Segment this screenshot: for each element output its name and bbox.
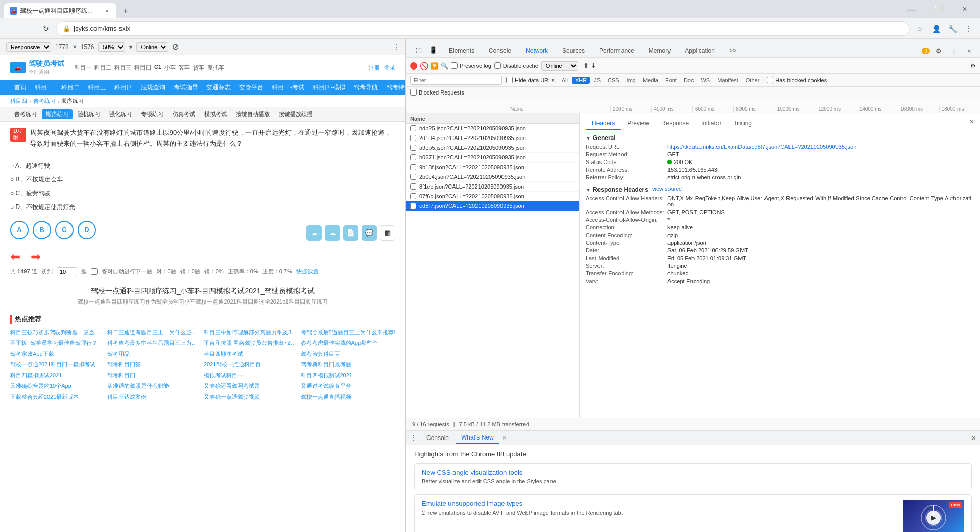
throttle-select[interactable]: Online — [136, 42, 168, 52]
sub-nav-continue[interactable]: 按键播放续播 — [275, 109, 317, 119]
main-nav-km3[interactable]: 科目三 — [84, 80, 110, 95]
play-button[interactable]: ▶ — [926, 511, 941, 525]
breadcrumb-km4[interactable]: 科目四 — [10, 97, 27, 105]
option-d[interactable]: ○ D、不按规定使用灯光 — [10, 202, 395, 213]
back-button[interactable]: ← — [4, 21, 18, 36]
hot-item-28[interactable]: 驾校一点通直播视频 — [301, 392, 396, 401]
filter-input[interactable] — [410, 76, 502, 85]
bottom-tab-console[interactable]: Console — [421, 433, 454, 443]
hot-item-25[interactable]: 下载整合典经2021最新版本 — [10, 392, 105, 401]
request-row-4[interactable]: b0671.json?CALL=?20210205090935.json — [406, 153, 579, 163]
share-cloud2[interactable]: ☁ — [325, 225, 340, 241]
tab-elements[interactable]: Elements — [442, 44, 482, 58]
detail-tab-headers[interactable]: Headers — [586, 118, 621, 130]
detail-tab-response[interactable]: Response — [655, 118, 695, 130]
minimize-button[interactable]: — — [900, 2, 923, 16]
emulate-images-title[interactable]: Emulate unsupported image types — [422, 500, 897, 507]
address-bar[interactable]: 🔒 jsyks.com/kms-sxlx — [56, 21, 910, 36]
hot-item-3[interactable]: 科目三中如何理解部分真题力争及30分3 — [204, 328, 299, 337]
speed-setting-link[interactable]: 快捷设置 — [296, 268, 319, 275]
tab-application[interactable]: Application — [678, 44, 722, 58]
breadcrumb-practice[interactable]: 普考练习 — [33, 97, 56, 105]
option-b[interactable]: ○ B、不按规定会车 — [10, 174, 395, 185]
share-chat[interactable]: 💬 — [362, 225, 377, 241]
view-source-link[interactable]: view source — [652, 186, 682, 192]
tab-close-button[interactable]: × — [104, 7, 110, 15]
req-checkbox-9[interactable] — [410, 203, 416, 209]
prev-question-button[interactable]: ⬅ — [10, 249, 20, 264]
answer-btn-c[interactable]: C — [55, 221, 74, 239]
forward-button[interactable]: → — [21, 21, 36, 36]
new-tab-button[interactable]: + — [118, 4, 133, 18]
hot-item-5[interactable]: 不平板, 驾学员学习最佳自驾哪行？ — [10, 339, 105, 348]
detail-tab-timing[interactable]: Timing — [727, 118, 758, 130]
filter-doc[interactable]: Doc — [681, 77, 697, 84]
header-link-bus[interactable]: 客车 — [179, 64, 190, 72]
sub-nav-sequential[interactable]: 顺序练习 — [42, 109, 73, 119]
hot-item-23[interactable]: 又准确还看驾照考试题 — [204, 382, 299, 390]
request-row-8[interactable]: 07f6d.json?CALL=?20210205090935.json — [406, 192, 579, 201]
req-checkbox-5[interactable] — [410, 164, 416, 170]
tab-console[interactable]: Console — [482, 44, 518, 58]
devtools-settings-icon[interactable]: ⚙ — [932, 44, 945, 57]
header-link-km1[interactable]: 科目一 — [75, 64, 91, 72]
hot-item-4[interactable]: 考驾照最后5道题目三上为什么不推荐! — [301, 328, 396, 337]
request-row-3[interactable]: a9eb5.json?CALL=?20210205090935.json — [406, 143, 579, 153]
bottom-tab-whats-new[interactable]: What's New — [456, 432, 499, 444]
menu-button[interactable]: ⋮ — [962, 21, 976, 36]
req-checkbox-8[interactable] — [410, 193, 416, 199]
header-link-km2[interactable]: 科目二 — [94, 64, 111, 72]
tab-network[interactable]: Network — [518, 44, 555, 58]
request-row-6[interactable]: 2b0c4.json?CALL=?20210205090935.json — [406, 172, 579, 182]
filter-font[interactable]: Font — [662, 77, 680, 84]
reload-button[interactable]: ↻ — [39, 21, 53, 36]
filter-css[interactable]: CSS — [605, 77, 623, 84]
answer-btn-a[interactable]: A — [10, 221, 29, 239]
filter-media[interactable]: Media — [640, 77, 661, 84]
detail-tab-preview[interactable]: Preview — [621, 118, 655, 130]
sub-nav-random[interactable]: 随机练习 — [74, 109, 104, 119]
hot-item-1[interactable]: 科目三技巧初步驾驶判断题、应当不用/也考试题推荐 — [10, 328, 105, 337]
hot-item-26[interactable]: 科目三达成案例 — [107, 392, 202, 401]
export-har-icon[interactable]: ⬇ — [591, 62, 596, 70]
sub-nav-simulation[interactable]: 仿真考试 — [169, 109, 199, 119]
disable-cache-checkbox[interactable]: Disable cache — [494, 62, 538, 69]
tab-more[interactable]: >> — [722, 44, 744, 58]
req-checkbox-7[interactable] — [410, 183, 416, 190]
clear-button[interactable]: 🚫 — [420, 62, 427, 70]
hot-item-20[interactable]: 科目四模拟测试2021 — [301, 371, 396, 380]
search-icon[interactable]: 🔍 — [441, 62, 448, 70]
devtools-close-icon[interactable]: × — [963, 44, 976, 57]
maximize-button[interactable]: ⬜ — [927, 2, 949, 16]
main-nav-special[interactable]: 驾考特训 — [382, 80, 405, 95]
viewport-more-button[interactable]: ⋮ — [393, 43, 399, 51]
profile-button[interactable]: 👤 — [929, 21, 943, 36]
hot-item-19[interactable]: 模拟考试科目一 — [204, 371, 299, 380]
hot-item-11[interactable]: 科目四顺序考试 — [204, 350, 299, 358]
sub-nav-mock[interactable]: 模拟考试 — [200, 109, 231, 119]
header-link-km3[interactable]: 科目三 — [114, 64, 131, 72]
next-question-button[interactable]: ➡ — [31, 249, 41, 264]
close-bottom-panel-button[interactable]: × — [972, 434, 976, 442]
main-nav-guide[interactable]: 考试指导 — [170, 80, 202, 95]
header-link-km4[interactable]: 科目四 — [134, 64, 151, 72]
main-nav-km4[interactable]: 科目四 — [110, 80, 137, 95]
req-checkbox-6[interactable] — [410, 174, 416, 180]
filter-js[interactable]: JS — [591, 77, 604, 84]
bookmark-button[interactable]: ☆ — [913, 21, 927, 36]
hot-item-21[interactable]: 又准确综合题的10个App — [10, 382, 105, 390]
option-a[interactable]: ○ A、超速行驶 — [10, 160, 395, 171]
general-section-header[interactable]: General — [586, 134, 974, 142]
hot-item-6[interactable]: 科考自考最多中科生品题目三上为什么不... — [107, 339, 202, 348]
filter-icon[interactable]: 🔽 — [431, 62, 438, 70]
bottom-panel-menu-icon[interactable]: ⋮ — [410, 434, 417, 442]
response-headers-section-header[interactable]: Response Headers — [586, 186, 648, 193]
has-blocked-cookies-checkbox[interactable]: Has blocked cookies — [767, 77, 827, 83]
hot-item-2[interactable]: 科二三通道有题目三上，为什么还要人进 — [107, 328, 202, 337]
filter-all[interactable]: All — [559, 77, 571, 84]
header-link-truck[interactable]: 货车 — [193, 64, 204, 72]
filter-ws[interactable]: WS — [698, 77, 713, 84]
request-row-7[interactable]: 8f1ec.json?CALL=?20210205090935.json — [406, 182, 579, 192]
auto-next-checkbox[interactable] — [91, 268, 98, 275]
main-nav-law[interactable]: 法规查询 — [137, 80, 170, 95]
